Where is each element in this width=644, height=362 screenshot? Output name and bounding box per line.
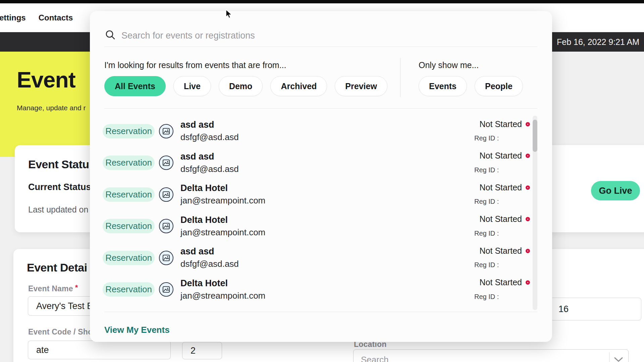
search-result-row[interactable]: Reservation Delta Hotel jan@streampoint.… [103,179,537,210]
view-my-events-link[interactable]: View My Events [104,325,170,335]
result-status: Not Started Reg ID : [463,215,530,237]
event-code-input[interactable]: ate [28,341,171,359]
divider [104,312,537,312]
image-placeholder-icon [159,251,173,265]
status-not-started-icon [526,249,530,253]
required-asterisk: * [75,283,78,292]
filter-all-events[interactable]: All Events [104,76,166,96]
right-side-input[interactable]: 16 [550,298,641,320]
capacity-input[interactable]: 2 [182,342,222,359]
status-not-started-icon [526,185,530,190]
result-email: dsfgf@asd.asd [180,163,239,175]
search-icon [105,30,115,41]
filter-prompt: I'm looking for results from events that… [104,60,286,70]
page-subtitle: Manage, update and r [17,104,86,112]
reservation-badge: Reservation [103,156,155,170]
mouse-cursor [225,9,233,20]
image-placeholder-icon [159,187,173,202]
status-not-started-icon [526,217,530,221]
image-placeholder-icon [159,156,173,170]
result-status: Not Started Reg ID : [463,151,530,174]
page-title: Event [17,67,75,93]
event-detail-title: Event Detai [27,261,87,274]
result-email: dsfgf@asd.asd [180,258,239,270]
type-filter-group: Events People [419,76,523,96]
status-text: Not Started [480,151,522,161]
result-name: asd asd [180,150,239,163]
reservation-badge: Reservation [103,251,155,265]
result-text: Delta Hotel jan@streampoint.com [180,277,265,302]
reg-id-label: Reg ID : [463,134,530,142]
chevron-down-icon[interactable] [614,357,623,362]
image-placeholder-icon [159,219,173,233]
search-result-row[interactable]: Reservation asd asd dsfgf@asd.asd Not St… [103,147,537,179]
reg-id-label: Reg ID : [463,166,530,174]
status-text: Not Started [480,183,522,192]
page: ettings Contacts Feb 16, 2022 9:21 AM Ev… [0,0,644,362]
result-text: Delta Hotel jan@streampoint.com [180,182,265,207]
result-email: jan@streampoint.com [180,226,265,239]
result-name: asd asd [180,245,239,258]
search-result-row[interactable]: Reservation Delta Hotel jan@streampoint.… [103,274,537,306]
location-placeholder: Search [361,355,388,362]
last-updated-text: Last updated on W [28,205,99,215]
status-text: Not Started [480,214,522,224]
event-status-title: Event Statu [28,158,89,171]
filter-section-divider [400,58,400,97]
results-scrollbar[interactable] [533,116,537,310]
reservation-badge: Reservation [103,187,155,202]
filter-archived[interactable]: Archived [270,76,327,96]
filter-people[interactable]: People [475,76,523,96]
reg-id-label: Reg ID : [463,293,530,300]
result-text: Delta Hotel jan@streampoint.com [180,214,265,239]
only-show-label: Only show me... [419,60,479,70]
filter-demo[interactable]: Demo [219,76,263,96]
nav-item-contacts[interactable]: Contacts [39,13,73,22]
search-results-list: Reservation asd asd dsfgf@asd.asd Not St… [103,115,537,305]
result-status: Not Started Reg ID : [463,183,530,205]
status-not-started-icon [526,154,530,158]
modal-search-bar[interactable]: Search for events or registrations [105,30,538,41]
location-select[interactable]: Search [353,349,629,362]
search-result-row[interactable]: Reservation Delta Hotel jan@streampoint.… [103,210,537,242]
search-placeholder: Search for events or registrations [121,31,255,41]
result-name: asd asd [180,119,239,131]
result-text: asd asd dsfgf@asd.asd [180,119,239,143]
search-modal: Search for events or registrations I'm l… [90,11,552,342]
result-name: Delta Hotel [180,214,265,226]
result-status: Not Started Reg ID : [463,246,530,268]
reg-id-label: Reg ID : [463,261,530,268]
result-status: Not Started Reg ID : [463,278,530,300]
reservation-badge: Reservation [103,219,155,233]
event-name-label: Event Name* [28,283,78,293]
event-filter-group: All Events Live Demo Archived Preview [104,76,387,96]
reservation-badge: Reservation [103,282,155,297]
event-code-label: Event Code / Short [28,327,98,337]
divider [104,108,537,109]
divider [104,47,537,47]
go-live-button[interactable]: Go Live [591,181,640,200]
reservation-badge: Reservation [103,124,155,138]
scrollbar-thumb[interactable] [533,120,537,152]
status-not-started-icon [526,122,530,126]
current-datetime: Feb 16, 2022 9:21 AM [557,37,639,47]
result-status: Not Started Reg ID : [463,119,530,142]
result-text: asd asd dsfgf@asd.asd [180,150,239,175]
status-not-started-icon [526,280,530,285]
status-text: Not Started [480,278,522,287]
result-name: Delta Hotel [180,182,265,194]
reg-id-label: Reg ID : [463,198,530,205]
result-email: jan@streampoint.com [180,194,265,207]
reg-id-label: Reg ID : [463,230,530,237]
search-result-row[interactable]: Reservation asd asd dsfgf@asd.asd Not St… [103,242,537,274]
filter-preview[interactable]: Preview [335,76,387,96]
filter-events[interactable]: Events [419,76,467,96]
result-name: Delta Hotel [180,277,265,290]
image-placeholder-icon [159,282,173,297]
nav-item-settings[interactable]: ettings [0,13,26,22]
search-result-row[interactable]: Reservation asd asd dsfgf@asd.asd Not St… [103,115,537,147]
select-divider [609,352,609,362]
filter-live[interactable]: Live [173,76,211,96]
image-placeholder-icon [159,124,173,138]
status-text: Not Started [480,246,522,256]
